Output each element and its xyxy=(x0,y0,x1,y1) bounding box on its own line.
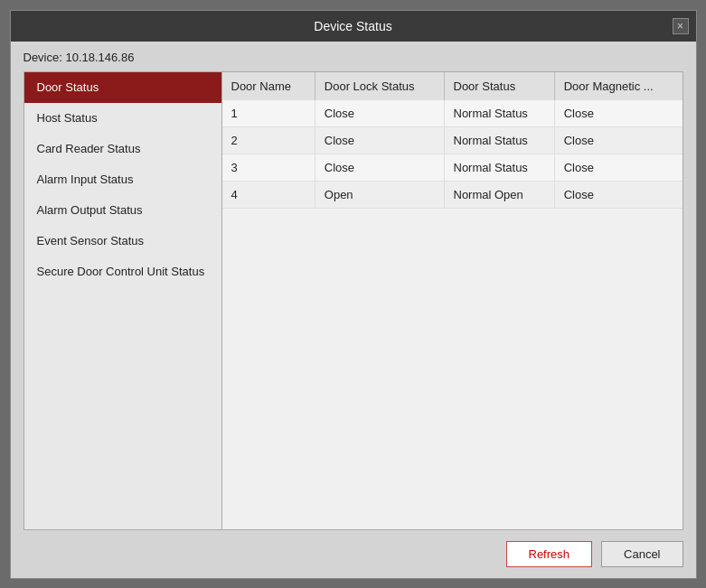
sidebar-item-card-reader-status[interactable]: Card Reader Status xyxy=(24,134,221,164)
close-icon: × xyxy=(677,21,683,32)
table-row: 1CloseNormal StatusClose xyxy=(222,100,682,127)
refresh-button[interactable]: Refresh xyxy=(506,541,593,567)
cell-3-0: 4 xyxy=(222,181,315,208)
status-table: Door NameDoor Lock StatusDoor StatusDoor… xyxy=(222,72,682,209)
sidebar-item-door-status[interactable]: Door Status xyxy=(24,72,221,103)
table-row: 4OpenNormal OpenClose xyxy=(222,181,682,208)
cell-0-1: Close xyxy=(315,100,444,127)
th-door-lock-status: Door Lock Status xyxy=(315,72,444,100)
table-header: Door NameDoor Lock StatusDoor StatusDoor… xyxy=(222,72,682,100)
table-body: 1CloseNormal StatusClose2CloseNormal Sta… xyxy=(222,100,682,209)
sidebar-item-host-status[interactable]: Host Status xyxy=(24,103,221,134)
cell-2-1: Close xyxy=(315,154,444,181)
cell-2-3: Close xyxy=(554,154,682,181)
device-status-dialog: Device Status × Device: 10.18.146.86 Doo… xyxy=(10,10,697,579)
cancel-button[interactable]: Cancel xyxy=(601,541,682,567)
table-row: 3CloseNormal StatusClose xyxy=(222,154,682,181)
th-door-name: Door Name xyxy=(222,72,315,100)
th-door-status: Door Status xyxy=(444,72,554,100)
cell-1-0: 2 xyxy=(222,126,315,154)
cell-2-0: 3 xyxy=(222,154,315,181)
cell-1-1: Close xyxy=(315,126,444,154)
sidebar-item-alarm-output-status[interactable]: Alarm Output Status xyxy=(24,195,221,226)
table-row: 2CloseNormal StatusClose xyxy=(222,126,682,154)
close-button[interactable]: × xyxy=(673,18,689,34)
table-container: Door NameDoor Lock StatusDoor StatusDoor… xyxy=(222,71,683,530)
cell-1-3: Close xyxy=(554,126,682,154)
main-content: Door StatusHost StatusCard Reader Status… xyxy=(11,71,696,530)
cell-0-0: 1 xyxy=(222,100,315,127)
cell-0-3: Close xyxy=(554,100,682,127)
title-bar: Device Status × xyxy=(11,11,696,42)
header-row: Door NameDoor Lock StatusDoor StatusDoor… xyxy=(222,72,682,100)
sidebar-item-secure-door-status[interactable]: Secure Door Control Unit Status xyxy=(24,257,221,287)
device-label: Device: 10.18.146.86 xyxy=(11,42,696,71)
sidebar-item-event-sensor-status[interactable]: Event Sensor Status xyxy=(24,226,221,257)
cell-0-2: Normal Status xyxy=(444,100,554,127)
cell-3-1: Open xyxy=(315,181,444,208)
cell-3-2: Normal Open xyxy=(444,181,554,208)
cell-3-3: Close xyxy=(554,181,682,208)
cell-2-2: Normal Status xyxy=(444,154,554,181)
footer: Refresh Cancel xyxy=(11,530,696,578)
sidebar-item-alarm-input-status[interactable]: Alarm Input Status xyxy=(24,164,221,195)
sidebar: Door StatusHost StatusCard Reader Status… xyxy=(24,71,222,530)
dialog-title: Device Status xyxy=(314,19,391,33)
cell-1-2: Normal Status xyxy=(444,126,554,154)
th-door-magnetic: Door Magnetic ... xyxy=(554,72,682,100)
